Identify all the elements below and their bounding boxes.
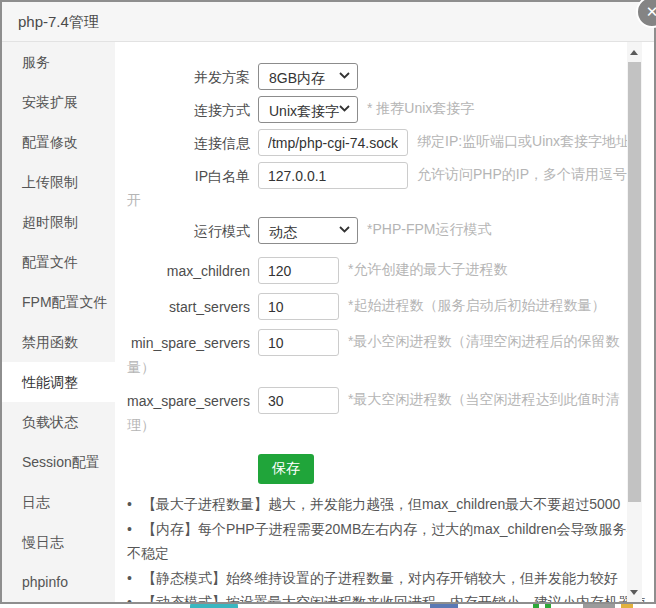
note-item: •【内存】每个PHP子进程需要20MB左右内存，过大的max_children会… bbox=[127, 517, 646, 566]
scroll-up-arrow-icon[interactable] bbox=[627, 44, 642, 60]
note-item: •【静态模式】始终维持设置的子进程数量，对内存开销较大，但并发能力较好 bbox=[127, 566, 646, 591]
input-max_children[interactable] bbox=[258, 257, 339, 284]
field-hint: *PHP-FPM运行模式 bbox=[367, 221, 491, 237]
bullet-icon: • bbox=[127, 570, 132, 586]
sidebar-item-负载状态[interactable]: 负载状态 bbox=[2, 402, 115, 442]
sidebar-item-慢日志[interactable]: 慢日志 bbox=[2, 522, 115, 562]
field-label: 运行模式 bbox=[127, 220, 250, 242]
form-row-max_spare_servers: max_spare_servers*最大空闲进程数（当空闲进程达到此值时清理） bbox=[127, 387, 646, 436]
content-panel: 并发方案8GB内存连接方式Unix套接字* 推荐Unix套接字连接信息绑定IP:… bbox=[115, 42, 654, 602]
select-value: 8GB内存 bbox=[269, 70, 325, 86]
performance-form: 并发方案8GB内存连接方式Unix套接字* 推荐Unix套接字连接信息绑定IP:… bbox=[127, 63, 646, 436]
close-icon: ✕ bbox=[646, 3, 656, 20]
notes-list: •【最大子进程数量】越大，并发能力越强，但max_children最大不要超过5… bbox=[127, 492, 646, 602]
sidebar-item-超时限制[interactable]: 超时限制 bbox=[2, 202, 115, 242]
chevron-down-icon bbox=[339, 226, 350, 233]
field-label: max_children bbox=[127, 260, 250, 282]
select-value: 动态 bbox=[269, 224, 297, 240]
sidebar-item-FPM配置文件[interactable]: FPM配置文件 bbox=[2, 282, 115, 322]
chevron-down-icon bbox=[339, 72, 350, 79]
sidebar-item-phpinfo[interactable]: phpinfo bbox=[2, 562, 115, 602]
note-item: •【动态模式】按设置最大空闲进程数来收回进程，内存开销小，建议小内存机器使用 bbox=[127, 590, 646, 602]
dialog-body: 服务安装扩展配置修改上传限制超时限制配置文件FPM配置文件禁用函数性能调整负载状… bbox=[2, 42, 654, 602]
input-max_spare_servers[interactable] bbox=[258, 387, 339, 414]
select-并发方案[interactable]: 8GB内存 bbox=[258, 63, 358, 90]
note-text: 【动态模式】按设置最大空闲进程数来收回进程，内存开销小，建议小内存机器使用 bbox=[127, 594, 646, 602]
sidebar-item-性能调整[interactable]: 性能调整 bbox=[2, 362, 115, 402]
sidebar-item-服务[interactable]: 服务 bbox=[2, 42, 115, 82]
form-row-连接信息: 连接信息绑定IP:监听端口或Uinx套接字地址 bbox=[127, 129, 646, 156]
dialog-header: php-7.4管理 bbox=[2, 2, 654, 42]
sidebar-item-日志[interactable]: 日志 bbox=[2, 482, 115, 522]
sidebar-item-配置修改[interactable]: 配置修改 bbox=[2, 122, 115, 162]
bullet-icon: • bbox=[127, 521, 132, 537]
field-label: 并发方案 bbox=[127, 66, 250, 88]
bullet-icon: • bbox=[127, 594, 132, 602]
sidebar-item-安装扩展[interactable]: 安装扩展 bbox=[2, 82, 115, 122]
field-label: max_spare_servers bbox=[127, 390, 250, 412]
chevron-down-icon bbox=[339, 105, 350, 112]
note-text: 【内存】每个PHP子进程需要20MB左右内存，过大的max_children会导… bbox=[127, 521, 641, 562]
form-row-max_children: max_children*允许创建的最大子进程数 bbox=[127, 257, 646, 284]
sidebar-item-禁用函数[interactable]: 禁用函数 bbox=[2, 322, 115, 362]
select-运行模式[interactable]: 动态 bbox=[258, 217, 358, 244]
scrollbar-thumb[interactable] bbox=[628, 62, 641, 502]
bullet-icon: • bbox=[127, 496, 132, 512]
input-连接信息[interactable] bbox=[258, 129, 408, 156]
input-IP白名单[interactable] bbox=[258, 162, 408, 189]
save-button[interactable]: 保存 bbox=[258, 454, 314, 484]
form-row-连接方式: 连接方式Unix套接字* 推荐Unix套接字 bbox=[127, 96, 646, 123]
sidebar: 服务安装扩展配置修改上传限制超时限制配置文件FPM配置文件禁用函数性能调整负载状… bbox=[2, 42, 115, 602]
field-label: start_servers bbox=[127, 296, 250, 318]
form-row-并发方案: 并发方案8GB内存 bbox=[127, 63, 646, 90]
field-hint: * 推荐Unix套接字 bbox=[367, 100, 474, 116]
php-manage-dialog: php-7.4管理 ✕ 服务安装扩展配置修改上传限制超时限制配置文件FPM配置文… bbox=[0, 0, 656, 604]
vertical-scrollbar[interactable] bbox=[627, 42, 642, 602]
field-hint: *允许创建的最大子进程数 bbox=[348, 261, 507, 277]
select-value: Unix套接字 bbox=[269, 103, 339, 119]
form-row-运行模式: 运行模式动态*PHP-FPM运行模式 bbox=[127, 217, 646, 244]
input-start_servers[interactable] bbox=[258, 293, 339, 320]
field-label: 连接信息 bbox=[127, 132, 250, 154]
field-hint: *起始进程数（服务启动后初始进程数量） bbox=[348, 297, 605, 313]
field-hint: 绑定IP:监听端口或Uinx套接字地址 bbox=[417, 133, 630, 149]
field-label: min_spare_servers bbox=[127, 332, 250, 354]
form-row-start_servers: start_servers*起始进程数（服务启动后初始进程数量） bbox=[127, 293, 646, 320]
input-min_spare_servers[interactable] bbox=[258, 329, 339, 356]
note-text: 【静态模式】始终维持设置的子进程数量，对内存开销较大，但并发能力较好 bbox=[142, 570, 618, 586]
dialog-title: php-7.4管理 bbox=[18, 13, 99, 32]
note-item: •【最大子进程数量】越大，并发能力越强，但max_children最大不要超过5… bbox=[127, 492, 646, 517]
scroll-down-arrow-icon[interactable] bbox=[627, 584, 642, 600]
field-label: 连接方式 bbox=[127, 99, 250, 121]
form-row-min_spare_servers: min_spare_servers*最小空闲进程数（清理空闲进程后的保留数量） bbox=[127, 329, 646, 378]
sidebar-item-Session配置[interactable]: Session配置 bbox=[2, 442, 115, 482]
note-text: 【最大子进程数量】越大，并发能力越强，但max_children最大不要超过50… bbox=[142, 496, 620, 512]
form-row-IP白名单: IP白名单允许访问PHP的IP，多个请用逗号隔开 bbox=[127, 162, 646, 211]
field-label: IP白名单 bbox=[127, 165, 250, 187]
select-连接方式[interactable]: Unix套接字 bbox=[258, 96, 358, 123]
sidebar-item-配置文件[interactable]: 配置文件 bbox=[2, 242, 115, 282]
sidebar-item-上传限制[interactable]: 上传限制 bbox=[2, 162, 115, 202]
